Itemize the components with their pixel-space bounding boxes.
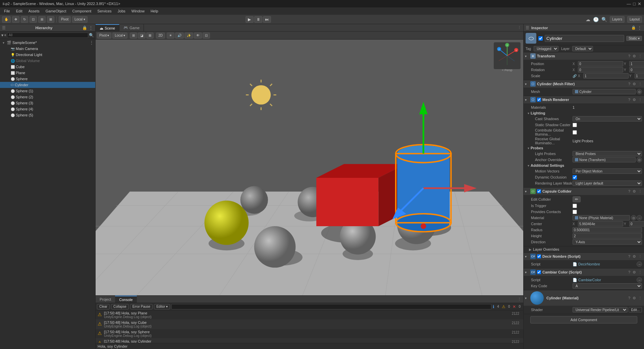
move-tool[interactable]: ✥ bbox=[12, 16, 19, 23]
hierarchy-item-plane[interactable]: ⬜ Plane bbox=[0, 70, 95, 76]
rotation-x[interactable] bbox=[578, 67, 623, 72]
menu-file[interactable]: File bbox=[1, 8, 13, 14]
capsulecollider-menu[interactable]: ⋮ bbox=[638, 189, 643, 194]
hierarchy-search-icon[interactable]: 🔍 bbox=[89, 33, 94, 38]
scale-tool[interactable]: ⊡ bbox=[30, 16, 37, 23]
key-code-select[interactable]: A bbox=[573, 283, 642, 289]
object-name-input[interactable] bbox=[545, 35, 624, 42]
decir-nombre-script-ref[interactable]: 📄 DecirNombre bbox=[573, 262, 600, 266]
scene-hidegizmo-btn[interactable]: 👁 bbox=[194, 33, 202, 39]
anchor-ref[interactable]: None (Transform) bbox=[573, 157, 636, 162]
tab-console[interactable]: Console bbox=[115, 296, 137, 303]
mesh-select-btn[interactable]: ⊙ bbox=[637, 89, 642, 94]
inspector-lock-icon[interactable]: 🔒 bbox=[631, 26, 636, 30]
material-select-btn[interactable]: ⊙ bbox=[631, 215, 636, 220]
center-x[interactable] bbox=[578, 221, 623, 227]
menu-edit[interactable]: Edit bbox=[13, 8, 25, 14]
menu-gameobject[interactable]: GameObject bbox=[43, 8, 69, 14]
add-component-button[interactable]: Add Component bbox=[530, 316, 637, 323]
console-search-input[interactable] bbox=[171, 304, 491, 309]
hierarchy-item-sphere4[interactable]: ⚪ Sphere (4) bbox=[0, 106, 95, 112]
material-menu[interactable]: ⋮ bbox=[638, 296, 643, 300]
meshfilter-menu[interactable]: ⋮ bbox=[638, 82, 643, 86]
decir-nombre-script-btn[interactable]: → bbox=[637, 261, 642, 267]
close-btn[interactable]: ✕ bbox=[638, 1, 641, 6]
position-x[interactable] bbox=[578, 61, 623, 66]
scale-x[interactable] bbox=[583, 73, 629, 79]
meshrenderer-header[interactable]: ▾ ⬡ Mesh Renderer ? ⚙ ⋮ bbox=[524, 96, 644, 103]
material-header[interactable]: ▾ Cylinder (Material) ? ⚙ ⋮ bbox=[524, 290, 644, 306]
search-icon[interactable]: 🔍 bbox=[601, 17, 607, 22]
center-y[interactable] bbox=[629, 221, 644, 227]
hierarchy-item-globalvolume[interactable]: 🌐 Global Volume bbox=[0, 58, 95, 64]
maximize-btn[interactable]: □ bbox=[633, 1, 636, 6]
meshrenderer-menu[interactable]: ⋮ bbox=[638, 98, 643, 102]
hierarchy-lock-icon[interactable]: 🔒 bbox=[82, 26, 87, 30]
pivot-btn[interactable]: Pivot bbox=[59, 16, 71, 23]
tab-project[interactable]: Project bbox=[96, 296, 115, 303]
scene-2d-btn[interactable]: 2D bbox=[156, 33, 165, 39]
capsulecollider-checkbox[interactable] bbox=[537, 189, 541, 193]
hierarchy-item-dirlight[interactable]: 💡 Directional Light bbox=[0, 52, 95, 58]
cambiar-color-checkbox[interactable] bbox=[537, 270, 541, 274]
layers-btn[interactable]: Layers bbox=[610, 16, 625, 23]
hierarchy-item-cylinder[interactable]: ⬭ Cylinder bbox=[0, 82, 95, 88]
decir-nombre-checkbox[interactable] bbox=[537, 254, 541, 258]
hierarchy-item-maincamera[interactable]: 📷 Main Camera bbox=[0, 46, 95, 52]
transform-tool[interactable]: ⊠ bbox=[47, 16, 54, 23]
material-ref[interactable]: None (Physic Material) bbox=[573, 215, 630, 220]
decir-nombre-help[interactable]: ? bbox=[628, 254, 631, 258]
console-item[interactable]: ⚠ [17:50:48] Hola, soy Plane UnityEngine… bbox=[96, 310, 523, 320]
shader-select[interactable]: Universal Render Pipeline/Lit bbox=[573, 307, 628, 312]
hand-tool[interactable]: ✋ bbox=[2, 16, 11, 23]
decir-nombre-settings[interactable]: ⚙ bbox=[632, 254, 637, 259]
cambiar-color-settings[interactable]: ⚙ bbox=[632, 270, 637, 275]
meshrenderer-help[interactable]: ? bbox=[628, 98, 631, 102]
console-item[interactable]: ⚠ [17:50:48] Hola, soy Cylinder UnityEng… bbox=[96, 339, 523, 343]
console-item[interactable]: ⚠ [17:50:48] Hola, soy Sphere UnityEngin… bbox=[96, 329, 523, 339]
rotation-y[interactable] bbox=[629, 67, 644, 72]
scale-y[interactable] bbox=[635, 73, 644, 79]
menu-help[interactable]: Help bbox=[148, 8, 161, 14]
hierarchy-more-icon[interactable]: ⋮ bbox=[89, 25, 93, 31]
tab-game[interactable]: 🎮 Game bbox=[119, 24, 144, 31]
object-active-checkbox[interactable] bbox=[538, 36, 543, 41]
layer-select[interactable]: Default bbox=[572, 46, 593, 51]
menu-window[interactable]: Window bbox=[129, 8, 147, 14]
hierarchy-add-icon[interactable]: + bbox=[4, 33, 6, 38]
hierarchy-search-input[interactable] bbox=[7, 33, 88, 38]
dynamic-occlusion-checkbox[interactable] bbox=[573, 175, 577, 180]
tag-select[interactable]: Untagged bbox=[534, 46, 558, 51]
transform-menu[interactable]: ⋮ bbox=[638, 54, 643, 58]
editor-btn[interactable]: Editor ▾ bbox=[154, 304, 170, 309]
contribute-gi-checkbox[interactable] bbox=[573, 130, 577, 135]
capsulecollider-header[interactable]: ▾ ⬭ Capsule Collider ? ⚙ ⋮ bbox=[524, 188, 644, 195]
edit-collider-btn[interactable]: ✏ bbox=[573, 196, 581, 202]
hierarchy-item-sphere3[interactable]: ⚪ Sphere (3) bbox=[0, 100, 95, 106]
menu-assets[interactable]: Assets bbox=[26, 8, 42, 14]
step-button[interactable]: ⏭ bbox=[263, 16, 271, 23]
lock-icon[interactable]: 🔗 bbox=[573, 74, 577, 78]
radius-input[interactable] bbox=[573, 227, 642, 233]
menu-component[interactable]: Component bbox=[69, 8, 94, 14]
scene-grid-btn[interactable]: ⊞ bbox=[130, 33, 137, 39]
material-info-btn[interactable]: → bbox=[637, 215, 642, 220]
additional-settings-subheader[interactable]: ▾ Additional Settings bbox=[526, 163, 642, 168]
anchor-select-btn[interactable]: ⊙ bbox=[637, 157, 642, 162]
meshrenderer-checkbox[interactable] bbox=[537, 98, 541, 102]
scene-wire-btn[interactable]: ⊠ bbox=[146, 33, 154, 39]
light-probes-select[interactable]: Blend Probes bbox=[573, 151, 642, 156]
inspector-more-icon[interactable]: ⋮ bbox=[637, 25, 642, 31]
rotate-tool[interactable]: ↻ bbox=[21, 16, 28, 23]
hierarchy-item-sphere2[interactable]: ⚪ Sphere (2) bbox=[0, 94, 95, 100]
scene-view[interactable]: Y X Z < Persp bbox=[96, 40, 523, 295]
play-button[interactable]: ▶ bbox=[246, 16, 254, 23]
transform-settings[interactable]: ⚙ bbox=[632, 54, 637, 58]
meshfilter-header[interactable]: ▾ ⬡ Cylinder (Mesh Filter) ? ⚙ ⋮ bbox=[524, 80, 644, 88]
material-help[interactable]: ? bbox=[628, 296, 631, 300]
hierarchy-menu-icon[interactable]: ☰ bbox=[2, 26, 6, 30]
local-btn[interactable]: Local ▾ bbox=[72, 16, 88, 23]
scene-local-btn[interactable]: Local ▾ bbox=[112, 33, 127, 39]
lighting-subheader[interactable]: ▾ Lighting bbox=[526, 110, 642, 116]
decir-nombre-header[interactable]: ▾ C# Decir Nombre (Script) ? ⚙ ⋮ bbox=[524, 253, 644, 260]
